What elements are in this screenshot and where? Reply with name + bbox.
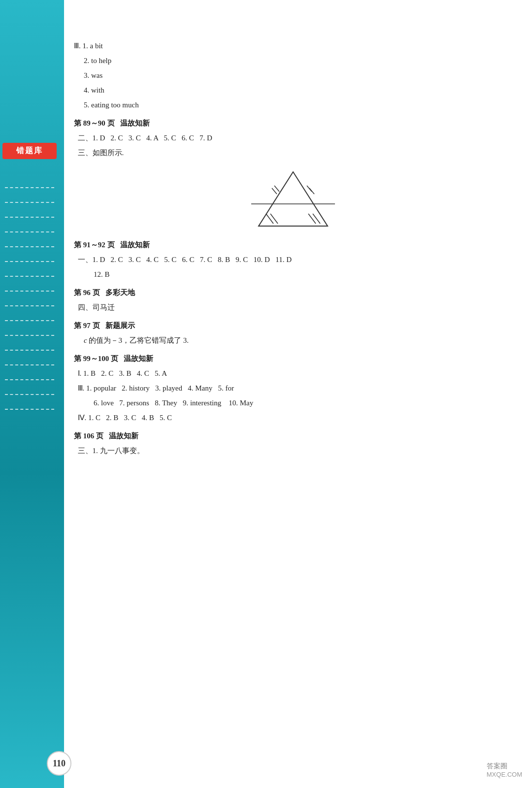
dash-line-14: [5, 379, 54, 380]
sec6-header: 第 99～100 页 温故知新: [74, 352, 512, 365]
sec5-italic-c: c: [84, 336, 87, 344]
section-4: 第 96 页 多彩天地 四、司马迁: [74, 286, 512, 314]
sec2-sub1: 二、1. D 2. C 3. C 4. A 5. C 6. C 7. D: [74, 131, 512, 145]
triangle-figure: [249, 167, 337, 231]
watermark: 答案圈 MXQE.COM: [487, 762, 522, 778]
sec2-sub2-label: 三、如图所示.: [74, 146, 512, 160]
sidebar-lines: [5, 187, 54, 424]
sec3-header: 第 91～92 页 温故知新: [74, 238, 512, 252]
sec5-content: c 的值为－3，乙将它错写成了 3.: [84, 334, 512, 347]
sec1-item2: 2. to help: [84, 54, 512, 67]
dash-line-13: [5, 364, 54, 365]
sec1-item5: 5. eating too much: [84, 98, 512, 112]
watermark-line1: 答案圈: [487, 762, 522, 771]
dash-line-2: [5, 202, 54, 203]
figure-area: [74, 167, 512, 231]
left-sidebar: 错题库: [0, 0, 64, 788]
svg-line-3: [274, 186, 279, 192]
section-2: 第 89～90 页 温故知新 二、1. D 2. C 3. C 4. A 5. …: [74, 117, 512, 231]
watermark-line2: MXQE.COM: [487, 771, 522, 778]
page-number: 110: [47, 751, 71, 776]
svg-line-9: [313, 214, 320, 224]
sec4-sub1: 四、司马迁: [74, 301, 512, 314]
dash-line-10: [5, 320, 54, 321]
svg-line-7: [270, 214, 278, 224]
sec1-roman: Ⅲ.: [74, 42, 81, 50]
sec1-prefix: Ⅲ. 1. a bit: [74, 39, 512, 53]
sec3-sub2: 12. B: [94, 268, 512, 281]
sec2-header: 第 89～90 页 温故知新: [74, 117, 512, 130]
sec4-header: 第 96 页 多彩天地: [74, 286, 512, 299]
section-7: 第 106 页 温故知新 三、1. 九一八事变。: [74, 429, 512, 458]
sec1-item1: 1. a bit: [83, 42, 103, 50]
dash-line-5: [5, 246, 54, 247]
dash-line-6: [5, 261, 54, 262]
svg-line-6: [266, 214, 273, 224]
sec6-sub1: Ⅰ. 1. B 2. C 3. B 4. C 5. A: [74, 367, 512, 380]
dash-line-8: [5, 291, 54, 292]
svg-line-2: [272, 188, 277, 194]
section-5: 第 97 页 新题展示 c 的值为－3，乙将它错写成了 3.: [74, 319, 512, 347]
section-3: 第 91～92 页 温故知新 一、1. D 2. C 3. C 4. C 5. …: [74, 238, 512, 281]
dash-line-11: [5, 335, 54, 336]
section-1: Ⅲ. 1. a bit 2. to help 3. was 4. with 5.…: [74, 39, 512, 112]
section-6: 第 99～100 页 温故知新 Ⅰ. 1. B 2. C 3. B 4. C 5…: [74, 352, 512, 425]
sec7-header: 第 106 页 温故知新: [74, 429, 512, 443]
sec1-item4: 4. with: [84, 84, 512, 97]
dash-line-4: [5, 231, 54, 232]
dash-line-3: [5, 217, 54, 218]
main-content: Ⅲ. 1. a bit 2. to help 3. was 4. with 5.…: [64, 39, 522, 758]
dash-line-15: [5, 394, 54, 395]
sec6-sub2-line1: Ⅲ. 1. popular 2. history 3. played 4. Ma…: [74, 382, 512, 395]
sidebar-label: 错题库: [2, 143, 57, 159]
svg-line-8: [308, 214, 316, 224]
sec5-header: 第 97 页 新题展示: [74, 319, 512, 332]
dash-line-1: [5, 187, 54, 188]
dash-line-16: [5, 409, 54, 410]
sec3-sub1: 一、1. D 2. C 3. C 4. C 5. C 6. C 7. C 8. …: [74, 253, 512, 266]
dash-line-7: [5, 276, 54, 277]
dash-line-9: [5, 305, 54, 306]
dash-line-12: [5, 350, 54, 351]
sec1-item3: 3. was: [84, 69, 512, 82]
sec6-sub3: Ⅳ. 1. C 2. B 3. C 4. B 5. C: [74, 411, 512, 425]
sec6-sub2-line2: 6. love 7. persons 8. They 9. interestin…: [94, 396, 512, 410]
svg-line-5: [307, 186, 312, 192]
sec7-sub1: 三、1. 九一八事变。: [74, 444, 512, 458]
